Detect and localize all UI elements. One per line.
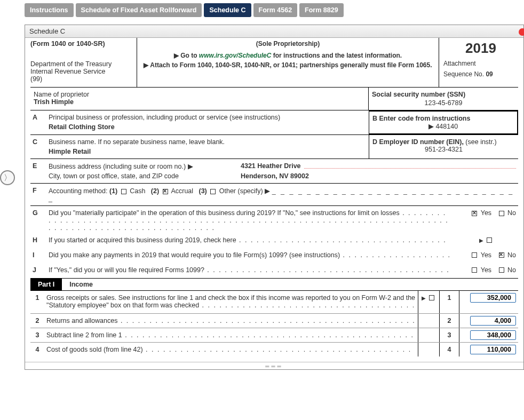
close-icon[interactable] xyxy=(519,28,524,36)
f-opt2: (2) xyxy=(151,187,159,195)
line-3-boxnum: 3 xyxy=(439,328,459,342)
i-no-label: No xyxy=(507,251,516,259)
line-b-value: ▶ 448140 xyxy=(372,122,514,130)
line-e-city-label: City, town or post office, state, and ZI… xyxy=(49,172,241,180)
f-dashes: _ _ _ _ _ _ _ _ _ _ _ _ _ _ _ _ _ _ _ _ … xyxy=(49,187,514,202)
letter-j: J xyxy=(30,265,46,275)
goto-line: ▶ Go to www.irs.gov/ScheduleC for instru… xyxy=(140,52,435,59)
h-checkbox[interactable] xyxy=(487,237,492,243)
attach-line: ▶ Attach to Form 1040, 1040-SR, 1040-NR,… xyxy=(140,61,435,69)
line-e-city-value: Henderson, NV 89002 xyxy=(241,172,309,180)
tab-instructions[interactable]: Instructions xyxy=(25,3,74,17)
j-yes-checkbox[interactable] xyxy=(472,267,477,273)
line-a-label: Principal business or profession, includ… xyxy=(49,114,367,121)
form-number: (Form 1040 or 1040-SR) xyxy=(30,40,133,47)
letter-e: E xyxy=(30,159,46,183)
row-g: G Did you "materially participate" in th… xyxy=(30,206,518,233)
line-2-boxnum: 2 xyxy=(439,314,459,328)
letter-c: C xyxy=(30,135,46,159)
f-opt1-label: Cash xyxy=(130,187,145,195)
tab-form-8829[interactable]: Form 8829 xyxy=(299,3,344,17)
row-a-b: A Principal business or profession, incl… xyxy=(30,110,518,135)
line-a-value: Retail Clothing Store xyxy=(49,123,367,131)
line-e-addr-label: Business address (including suite or roo… xyxy=(49,162,241,170)
row-j: J If "Yes," did you or will you file req… xyxy=(30,263,518,278)
proprietor-label: Name of proprietor xyxy=(34,91,365,98)
goto-link[interactable]: www.irs.gov/ScheduleC xyxy=(199,52,272,59)
form-window: Schedule C (Form 1040 or 1040-SR) Depart… xyxy=(25,25,524,370)
g-no-label: No xyxy=(507,209,516,217)
part-1-title: Income xyxy=(62,279,100,290)
line-e-addr-value: 4321 Heather Drive xyxy=(241,162,301,170)
line-4-amount[interactable]: 110,000 xyxy=(470,345,516,354)
row-e: E Business address (including suite or r… xyxy=(30,159,518,184)
g-yes-label: Yes xyxy=(481,209,491,217)
line-2-num: 2 xyxy=(30,314,44,328)
row-c-d: C Business name. If no separate business… xyxy=(30,135,518,159)
part-1-header: Part I Income xyxy=(30,278,518,291)
expand-handle[interactable]: 〉 xyxy=(0,170,15,185)
goto-prefix: ▶ Go to xyxy=(174,52,199,59)
j-no-label: No xyxy=(507,266,516,274)
letter-i: I xyxy=(30,250,46,260)
line-4: 4 Cost of goods sold (from line 42) 4 11… xyxy=(30,342,518,356)
row-h: H If you started or acquired this busine… xyxy=(30,233,518,248)
j-yes-label: Yes xyxy=(481,266,491,274)
form-subtitle: (Sole Proprietorship) xyxy=(140,40,435,47)
line-2: 2 Returns and allowances 2 4,000 xyxy=(30,313,518,328)
line-3-desc: Subtract line 2 from line 1 xyxy=(46,331,122,339)
line-c-value: Himple Retail xyxy=(49,148,367,155)
i-yes-checkbox[interactable] xyxy=(472,252,477,258)
checkbox-accrual[interactable] xyxy=(163,189,168,194)
line-3-amount[interactable]: 348,000 xyxy=(470,330,516,340)
form-header: (Form 1040 or 1040-SR) Department of the… xyxy=(30,38,518,88)
letter-f: F xyxy=(30,186,46,195)
triangle-icon: ▶ xyxy=(422,295,426,301)
line-1-num: 1 xyxy=(30,291,44,314)
tab-form-4562[interactable]: Form 4562 xyxy=(253,3,298,17)
row-f: F Accounting method: (1) Cash (2) Accrua… xyxy=(30,184,518,206)
tab-schedule-c[interactable]: Schedule C xyxy=(204,3,251,17)
line-i-text: Did you make any payments in 2019 that w… xyxy=(49,251,340,259)
line-1-checkbox[interactable] xyxy=(429,295,434,300)
tab-bar: Instructions Schedule of Fixed Asset Rol… xyxy=(25,3,524,17)
line-d-label: D Employer ID number (EIN), (see instr.) xyxy=(372,138,515,146)
ssn-value: 123-45-6789 xyxy=(372,99,515,107)
ssn-label: Social security number (SSN) xyxy=(372,91,515,98)
line-2-amount[interactable]: 4,000 xyxy=(470,316,516,326)
line-b-label: B Enter code from instructions xyxy=(372,115,514,122)
line-2-desc: Returns and allowances xyxy=(46,317,117,324)
dept-line-2: Internal Revenue Service xyxy=(30,68,133,75)
line-4-desc: Cost of goods sold (from line 42) xyxy=(46,346,143,353)
f-opt3-label: Other (specify) ▶ xyxy=(219,187,270,195)
j-no-checkbox[interactable] xyxy=(499,267,504,273)
line-c-label: Business name. If no separate business n… xyxy=(49,138,367,146)
name-ssn-row: Name of proprietor Trish Himple Social s… xyxy=(30,88,518,110)
line-1-amount[interactable]: 352,000 xyxy=(470,293,516,303)
i-no-checkbox[interactable] xyxy=(499,252,504,258)
line-j-text: If "Yes," did you or will you file requi… xyxy=(49,266,204,274)
g-yes-checkbox[interactable] xyxy=(472,211,477,216)
f-pre: Accounting method: xyxy=(49,187,109,195)
sequence-prefix: Sequence No. xyxy=(443,70,486,78)
window-title: Schedule C xyxy=(25,25,523,38)
sequence-no: 09 xyxy=(486,70,493,78)
i-yes-label: Yes xyxy=(481,251,491,259)
sequence-line: Sequence No. 09 xyxy=(443,70,518,78)
checkbox-cash[interactable] xyxy=(121,189,126,194)
checkbox-other[interactable] xyxy=(210,189,216,194)
line-1-boxnum: 1 xyxy=(439,291,459,314)
triangle-icon: ▶ xyxy=(479,237,483,243)
resize-grip[interactable]: ═══ xyxy=(25,362,523,369)
dept-line-3: (99) xyxy=(30,75,133,83)
letter-h: H xyxy=(30,235,46,245)
tab-rollforward[interactable]: Schedule of Fixed Asset Rollforward xyxy=(76,3,202,17)
line-g-text: Did you "materially participate" in the … xyxy=(49,209,400,217)
g-no-checkbox[interactable] xyxy=(499,211,504,216)
goto-suffix: for instructions and the latest informat… xyxy=(271,52,402,59)
f-opt1: (1) xyxy=(109,187,117,195)
line-3: 3 Subtract line 2 from line 1 3 348,000 xyxy=(30,328,518,342)
proprietor-name: Trish Himple xyxy=(34,98,365,106)
line-1: 1 Gross receipts or sales. See instructi… xyxy=(30,291,518,314)
line-h-text: If you started or acquired this business… xyxy=(49,236,236,244)
